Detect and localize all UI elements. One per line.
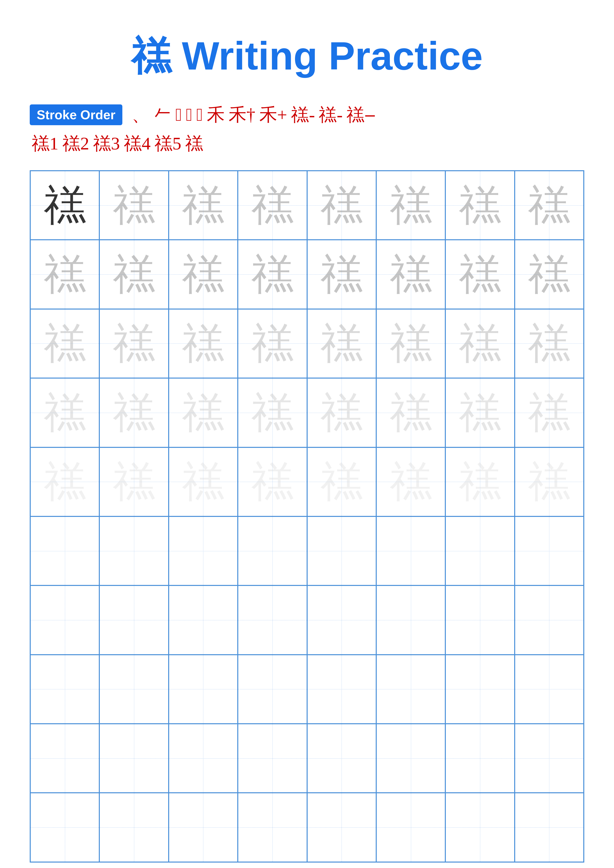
grid-cell-2-8[interactable]: 禚 [515, 240, 584, 309]
grid-cell-2-5[interactable]: 禚 [307, 240, 376, 309]
grid-cell-3-3[interactable]: 禚 [169, 309, 238, 378]
grid-cell-10-5[interactable] [307, 793, 376, 862]
grid-row-2: 禚 禚 禚 禚 禚 禚 禚 禚 [30, 240, 584, 309]
practice-char: 禚 [182, 184, 224, 226]
grid-cell-7-4[interactable] [238, 586, 307, 654]
grid-cell-7-1[interactable] [30, 586, 99, 654]
grid-cell-2-4[interactable]: 禚 [238, 240, 307, 309]
practice-char: 禚 [320, 253, 362, 295]
grid-cell-2-2[interactable]: 禚 [99, 240, 168, 309]
grid-cell-9-2[interactable] [99, 724, 168, 793]
grid-cell-6-7[interactable] [445, 516, 515, 586]
grid-cell-10-8[interactable] [515, 793, 584, 862]
grid-cell-6-5[interactable] [307, 516, 376, 586]
grid-cell-1-1[interactable]: 禚 [30, 171, 99, 240]
practice-char: 禚 [182, 392, 224, 434]
grid-cell-2-3[interactable]: 禚 [169, 240, 238, 309]
grid-cell-7-5[interactable] [307, 586, 376, 654]
grid-cell-10-7[interactable] [445, 793, 515, 862]
grid-cell-4-7[interactable]: 禚 [445, 378, 515, 447]
grid-cell-7-7[interactable] [445, 586, 515, 654]
grid-cell-10-2[interactable] [99, 793, 168, 862]
stroke-char-11: 禚‒ [347, 103, 376, 127]
grid-cell-4-4[interactable]: 禚 [238, 378, 307, 447]
grid-cell-1-5[interactable]: 禚 [307, 171, 376, 240]
grid-cell-9-5[interactable] [307, 724, 376, 793]
grid-cell-5-3[interactable]: 禚 [169, 447, 238, 516]
grid-cell-4-3[interactable]: 禚 [169, 378, 238, 447]
grid-cell-1-4[interactable]: 禚 [238, 171, 307, 240]
grid-cell-4-2[interactable]: 禚 [99, 378, 168, 447]
grid-cell-1-7[interactable]: 禚 [445, 171, 515, 240]
grid-cell-1-8[interactable]: 禚 [515, 171, 584, 240]
grid-cell-8-5[interactable] [307, 655, 376, 724]
grid-row-1: 禚 禚 禚 禚 禚 禚 禚 禚 [30, 171, 584, 240]
grid-cell-3-7[interactable]: 禚 [445, 309, 515, 378]
grid-cell-3-2[interactable]: 禚 [99, 309, 168, 378]
grid-cell-5-2[interactable]: 禚 [99, 447, 168, 516]
grid-cell-5-6[interactable]: 禚 [376, 447, 445, 516]
grid-cell-10-6[interactable] [376, 793, 445, 862]
grid-cell-5-7[interactable]: 禚 [445, 447, 515, 516]
grid-cell-9-8[interactable] [515, 724, 584, 793]
grid-cell-4-8[interactable]: 禚 [515, 378, 584, 447]
grid-cell-4-5[interactable]: 禚 [307, 378, 376, 447]
grid-cell-3-5[interactable]: 禚 [307, 309, 376, 378]
grid-row-3: 禚 禚 禚 禚 禚 禚 禚 禚 [30, 309, 584, 378]
grid-cell-2-6[interactable]: 禚 [376, 240, 445, 309]
practice-char: 禚 [528, 253, 570, 295]
grid-cell-3-8[interactable]: 禚 [515, 309, 584, 378]
practice-char: 禚 [182, 461, 224, 503]
stroke-char-10: 禚‑ [319, 103, 342, 127]
practice-char: 禚 [44, 184, 86, 226]
grid-cell-9-7[interactable] [445, 724, 515, 793]
grid-cell-4-1[interactable]: 禚 [30, 378, 99, 447]
grid-cell-5-5[interactable]: 禚 [307, 447, 376, 516]
practice-char: 禚 [459, 461, 501, 503]
grid-cell-7-6[interactable] [376, 586, 445, 654]
grid-cell-1-6[interactable]: 禚 [376, 171, 445, 240]
grid-cell-6-6[interactable] [376, 516, 445, 586]
practice-char: 禚 [113, 461, 155, 503]
grid-cell-3-4[interactable]: 禚 [238, 309, 307, 378]
grid-row-4: 禚 禚 禚 禚 禚 禚 禚 禚 [30, 378, 584, 447]
grid-cell-7-8[interactable] [515, 586, 584, 654]
grid-cell-7-3[interactable] [169, 586, 238, 654]
grid-cell-9-3[interactable] [169, 724, 238, 793]
grid-cell-5-8[interactable]: 禚 [515, 447, 584, 516]
grid-cell-1-3[interactable]: 禚 [169, 171, 238, 240]
grid-cell-10-4[interactable] [238, 793, 307, 862]
grid-cell-6-4[interactable] [238, 516, 307, 586]
grid-cell-6-8[interactable] [515, 516, 584, 586]
grid-cell-5-4[interactable]: 禚 [238, 447, 307, 516]
grid-cell-6-3[interactable] [169, 516, 238, 586]
grid-cell-1-2[interactable]: 禚 [99, 171, 168, 240]
grid-cell-10-3[interactable] [169, 793, 238, 862]
grid-cell-8-6[interactable] [376, 655, 445, 724]
stroke-char-5: 𠃍 [196, 105, 203, 125]
grid-cell-8-4[interactable] [238, 655, 307, 724]
grid-cell-6-2[interactable] [99, 516, 168, 586]
grid-cell-9-4[interactable] [238, 724, 307, 793]
grid-cell-3-6[interactable]: 禚 [376, 309, 445, 378]
grid-cell-10-1[interactable] [30, 793, 99, 862]
grid-cell-3-1[interactable]: 禚 [30, 309, 99, 378]
grid-cell-9-6[interactable] [376, 724, 445, 793]
grid-cell-8-1[interactable] [30, 655, 99, 724]
grid-cell-9-1[interactable] [30, 724, 99, 793]
grid-cell-2-7[interactable]: 禚 [445, 240, 515, 309]
grid-cell-5-1[interactable]: 禚 [30, 447, 99, 516]
grid-cell-8-8[interactable] [515, 655, 584, 724]
grid-row-9 [30, 724, 584, 793]
practice-char: 禚 [459, 184, 501, 226]
grid-cell-2-1[interactable]: 禚 [30, 240, 99, 309]
grid-cell-8-7[interactable] [445, 655, 515, 724]
grid-cell-7-2[interactable] [99, 586, 168, 654]
grid-cell-8-2[interactable] [99, 655, 168, 724]
grid-cell-4-6[interactable]: 禚 [376, 378, 445, 447]
practice-char: 禚 [252, 184, 294, 226]
grid-cell-6-1[interactable] [30, 516, 99, 586]
practice-char: 禚 [459, 392, 501, 434]
grid-cell-8-3[interactable] [169, 655, 238, 724]
practice-char: 禚 [320, 184, 362, 226]
